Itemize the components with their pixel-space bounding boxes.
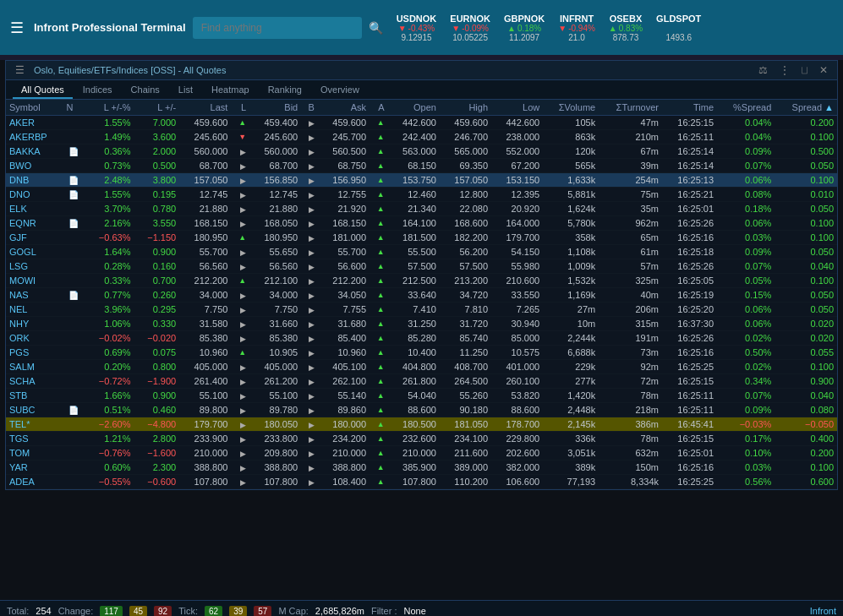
cell-n: 📄: [63, 403, 85, 417]
table-row[interactable]: DNO📄1.55%0.19512.745▶12.745▶12.755▲12.46…: [6, 188, 837, 202]
panel-detach-icon[interactable]: ⨆: [799, 64, 810, 76]
table-row[interactable]: NHY1.06%0.33031.580▶31.660▶31.680▲31.250…: [6, 317, 837, 331]
ticker-gbpnok[interactable]: GBPNOK ▲0.18% 11.2097: [504, 14, 545, 42]
ticker-infrnt[interactable]: INFRNT ▼-0.94% 21.0: [558, 14, 595, 42]
tab-chains[interactable]: Chains: [123, 82, 168, 99]
cell-a: ▲: [369, 403, 388, 417]
cell--spread: 0.06%: [717, 216, 775, 231]
panel-more-icon[interactable]: ⋮: [777, 64, 792, 76]
search-input[interactable]: [193, 17, 362, 39]
cell-l----: 0.295: [134, 303, 179, 317]
col-header-symbol[interactable]: Symbol: [6, 100, 63, 116]
col-header-open[interactable]: Open: [388, 100, 440, 116]
col-header-last[interactable]: Last: [179, 100, 231, 116]
cell-low: 53.820: [491, 389, 543, 403]
search-icon[interactable]: 🔍: [369, 21, 383, 35]
panel-filter-icon[interactable]: ⚖: [756, 64, 770, 76]
cell-ask: 262.100: [318, 374, 369, 389]
panel-close-icon[interactable]: ✕: [817, 64, 830, 76]
table-row[interactable]: SCHA−0.72%−1.900261.400▶261.200▶262.100▲…: [6, 374, 837, 389]
cell-l: ▶: [231, 331, 249, 346]
table-row[interactable]: GOGL1.64%0.90055.700▶55.650▶55.700▲55.50…: [6, 245, 837, 259]
cell-low: 179.700: [491, 231, 543, 245]
cell-high: 55.260: [440, 389, 491, 403]
col-header-bid[interactable]: Bid: [249, 100, 301, 116]
col-header-l----[interactable]: L +/-: [134, 100, 179, 116]
tab-overview[interactable]: Overview: [312, 82, 368, 99]
col-header-spread[interactable]: Spread ▲: [775, 100, 837, 116]
table-row[interactable]: YAR0.60%2.300388.800▶388.800▶388.800▲385…: [6, 461, 837, 475]
col-header-l-----[interactable]: L +/-%: [85, 100, 134, 116]
table-row[interactable]: TOM−0.76%−1.600210.000▶209.800▶210.000▲2…: [6, 446, 837, 461]
col-header-b[interactable]: B: [301, 100, 318, 116]
cell--volume: 1,624k: [543, 202, 599, 216]
tab-indices[interactable]: Indices: [74, 82, 121, 99]
col-header-n[interactable]: N: [63, 100, 85, 116]
col-header-high[interactable]: High: [440, 100, 491, 116]
col-header-low[interactable]: Low: [491, 100, 543, 116]
tab-heatmap[interactable]: Heatmap: [203, 82, 258, 99]
cell-l: ▶: [231, 389, 249, 403]
cell--volume: 1,009k: [543, 259, 599, 274]
cell-b: ▶: [301, 216, 318, 231]
table-row[interactable]: SALM0.20%0.800405.000▶405.000▶405.100▲40…: [6, 360, 837, 374]
table-row[interactable]: DNB📄2.48%3.800157.050▶156.850▶156.950▲15…: [6, 173, 837, 188]
ticker-eurnok[interactable]: EURNOK ▼-0.09% 10.05225: [450, 14, 490, 42]
table-row[interactable]: AKERBP1.49%3.600245.600▼245.600▶245.700▲…: [6, 130, 837, 144]
table-row[interactable]: BWO0.73%0.50068.700▶68.700▶68.750▲68.150…: [6, 159, 837, 173]
cell-time: 16:45:41: [662, 417, 717, 432]
cell-b: ▶: [301, 360, 318, 374]
quotes-table-wrap[interactable]: SymbolNL +/-%L +/-LastLBidBAskAOpenHighL…: [6, 100, 837, 489]
tab-all-quotes[interactable]: All Quotes: [13, 82, 73, 99]
tab-list[interactable]: List: [170, 82, 201, 99]
cell-high: 69.350: [440, 159, 491, 173]
cell-a: ▲: [369, 417, 388, 432]
cell-bid: 180.050: [249, 417, 301, 432]
cell-bid: 168.050: [249, 216, 301, 231]
tab-ranking[interactable]: Ranking: [260, 82, 310, 99]
cell-symbol: GJF: [6, 231, 63, 245]
ticker-osebx[interactable]: OSEBX ▲0.83% 878.73: [609, 14, 643, 42]
table-row[interactable]: EQNR📄2.16%3.550168.150▶168.050▶168.150▲1…: [6, 216, 837, 231]
cell-l: ▶: [231, 403, 249, 417]
ticker-gldspot[interactable]: GLDSPOT 1493.6: [656, 14, 701, 42]
table-row[interactable]: LSG0.28%0.16056.560▶56.560▶56.600▲57.500…: [6, 259, 837, 274]
col-header-ask[interactable]: Ask: [318, 100, 369, 116]
cell-a: ▲: [369, 130, 388, 144]
panel-menu-icon[interactable]: ☰: [13, 64, 27, 76]
filter-value: None: [404, 606, 426, 616]
col-header--spread[interactable]: %Spread: [717, 100, 775, 116]
cell--spread: 0.06%: [717, 173, 775, 188]
ticker-usdnok[interactable]: USDNOK ▼-0.43% 9.12915: [397, 14, 437, 42]
cell--turnover: 57m: [599, 259, 662, 274]
col-header-l[interactable]: L: [231, 100, 249, 116]
table-row[interactable]: GJF−0.63%−1.150180.950▲180.950▶181.000▲1…: [6, 231, 837, 245]
table-row[interactable]: ELK3.70%0.78021.880▶21.880▶21.920▲21.340…: [6, 202, 837, 216]
cell-symbol: ELK: [6, 202, 63, 216]
change-neutral-badge: 45: [129, 606, 147, 617]
cell-a: ▲: [369, 288, 388, 303]
table-row[interactable]: BAKKA📄0.36%2.000560.000▶560.000▶560.500▲…: [6, 144, 837, 159]
table-row[interactable]: SUBC📄0.51%0.46089.800▶89.780▶89.860▲88.6…: [6, 403, 837, 417]
table-row[interactable]: AKER1.55%7.000459.600▲459.400▶459.600▲44…: [6, 116, 837, 130]
col-header--turnover[interactable]: ΣTurnover: [599, 100, 662, 116]
cell-b: ▶: [301, 202, 318, 216]
cell-a: ▲: [369, 432, 388, 446]
cell-high: 246.700: [440, 130, 491, 144]
col-header-a[interactable]: A: [369, 100, 388, 116]
cell-l-----: 1.64%: [85, 245, 134, 259]
table-row[interactable]: ADEA−0.55%−0.600107.800▶107.800▶108.400▲…: [6, 475, 837, 489]
cell-l----: 0.075: [134, 346, 179, 360]
table-row[interactable]: NEL3.96%0.2957.750▶7.750▶7.755▲7.4107.81…: [6, 303, 837, 317]
col-header-time[interactable]: Time: [662, 100, 717, 116]
table-row[interactable]: ORK−0.02%−0.02085.380▶85.380▶85.400▲85.2…: [6, 331, 837, 346]
col-header--volume[interactable]: ΣVolume: [543, 100, 599, 116]
table-row[interactable]: TEL*−2.60%−4.800179.700▶180.050▶180.000▲…: [6, 417, 837, 432]
table-row[interactable]: MOWI0.33%0.700212.200▲212.100▶212.200▲21…: [6, 274, 837, 288]
table-row[interactable]: PGS0.69%0.07510.960▲10.905▶10.960▲10.400…: [6, 346, 837, 360]
cell-a: ▲: [369, 446, 388, 461]
table-row[interactable]: NAS📄0.77%0.26034.000▶34.000▶34.050▲33.64…: [6, 288, 837, 303]
table-row[interactable]: STB1.66%0.90055.100▶55.100▶55.140▲54.040…: [6, 389, 837, 403]
hamburger-icon[interactable]: ☰: [7, 15, 27, 41]
table-row[interactable]: TGS1.21%2.800233.900▶233.800▶234.200▲232…: [6, 432, 837, 446]
